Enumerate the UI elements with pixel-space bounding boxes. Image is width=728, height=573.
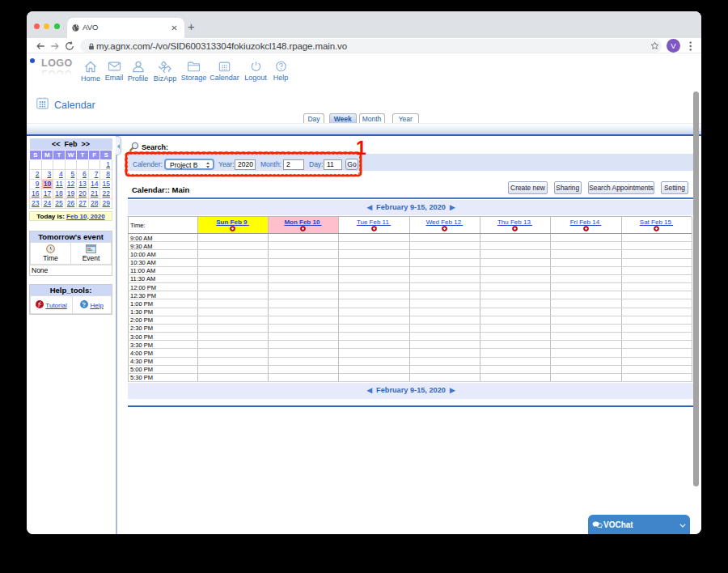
svg-text:?: ? [83,301,86,307]
